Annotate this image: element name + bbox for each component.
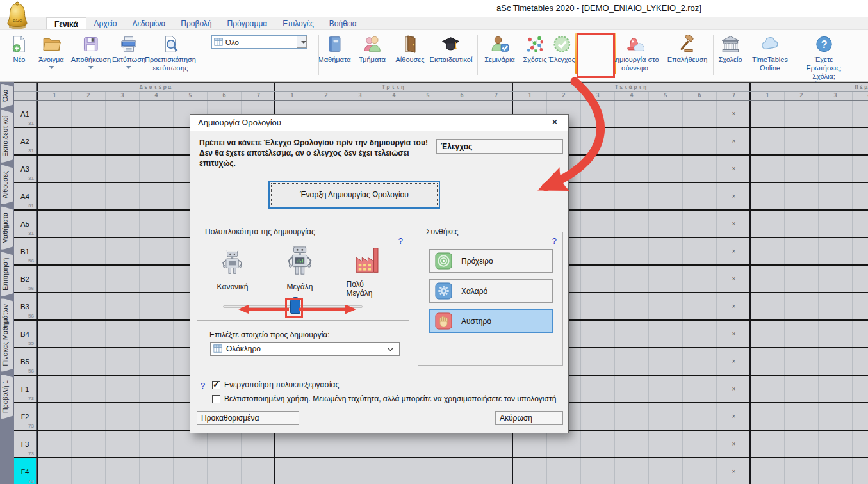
timetable-cell[interactable] [785,156,819,182]
timetable-cell[interactable] [649,266,683,292]
timetable-cell[interactable] [751,183,785,209]
timetable-cell[interactable] [445,431,479,457]
timetable-cell[interactable] [38,321,72,347]
asc-bell-logo-icon[interactable]: aSc [4,1,31,29]
timetable-cell[interactable] [819,321,853,347]
timetable-cell[interactable]: × [717,431,751,457]
timetable-cell[interactable] [683,238,717,264]
timetable-cell[interactable] [751,211,785,237]
timetable-cell[interactable] [819,431,853,457]
complexity-slider-thumb[interactable] [290,297,300,314]
timetable-cell[interactable] [853,238,868,264]
timetable-cell[interactable] [819,156,853,182]
menu-tab-4[interactable]: Πρόγραμμα [220,17,275,29]
timetable-cell[interactable] [785,266,819,292]
timetable-cell[interactable] [615,431,649,457]
timetable-cell[interactable] [581,101,615,127]
timetable-cell[interactable]: × [717,211,751,237]
timetable-cell[interactable] [649,211,683,237]
condition-button-0[interactable]: Πρόχειρο [429,249,553,273]
timetable-cell[interactable] [785,458,819,484]
grid-row-header-B4[interactable]: B455 [14,321,37,347]
ribbon-button-17[interactable]: ?Έχετε Ερωτήσεις; Σχόλια; Γράψτε μας [802,34,846,89]
ribbon-button-10[interactable]: Σχέσεις [523,34,547,64]
timetable-cell[interactable] [445,458,479,484]
timetable-cell[interactable] [649,376,683,402]
ribbon-button-4[interactable]: Προεπισκόπηση εκτύπωσης [136,34,204,72]
timetable-cell[interactable] [309,431,343,457]
timetable-cell[interactable] [785,293,819,319]
timetable-cell[interactable] [106,183,140,209]
timetable-cell[interactable] [751,238,785,264]
timetable-cell[interactable] [581,293,615,319]
timetable-cell[interactable] [106,128,140,154]
timetable-cell[interactable] [106,293,140,319]
timetable-cell[interactable] [72,348,106,375]
timetable-cell[interactable] [581,238,615,264]
timetable-cell[interactable] [819,238,853,264]
timetable-cell[interactable] [275,431,309,457]
timetable-cell[interactable] [785,403,819,430]
timetable-cell[interactable] [683,348,717,375]
timetable-cell[interactable] [72,431,106,457]
timetable-cell[interactable] [819,348,853,375]
timetable-cell[interactable] [38,266,72,292]
timetable-cell[interactable] [785,321,819,347]
timetable-cell[interactable] [581,156,615,182]
timetable-cell[interactable] [683,101,717,127]
ribbon-button-14[interactable]: Επαλήθευση [667,34,708,64]
timetable-cell[interactable] [106,101,140,127]
cancel-button[interactable]: Ακύρωση [495,411,563,425]
timetable-cell[interactable] [72,101,106,127]
timetable-cell[interactable] [140,238,174,264]
timetable-cell[interactable] [140,431,174,457]
sidebar-tab-2[interactable]: Αίθουσες [1,165,14,205]
timetable-cell[interactable] [72,376,106,402]
timetable-cell[interactable] [547,431,581,457]
timetable-cell[interactable] [785,183,819,209]
timetable-cell[interactable] [819,403,853,430]
timetable-cell[interactable] [72,321,106,347]
timetable-cell[interactable] [72,156,106,182]
timetable-cell[interactable] [72,183,106,209]
timetable-cell[interactable] [106,458,140,484]
timetable-cell[interactable] [343,431,377,457]
timetable-cell[interactable] [72,238,106,264]
timetable-cell[interactable] [649,293,683,319]
timetable-cell[interactable] [615,128,649,154]
timetable-cell[interactable] [683,183,717,209]
timetable-cell[interactable] [174,431,208,457]
timetable-cell[interactable] [683,376,717,402]
timetable-cell[interactable] [140,403,174,430]
timetable-cell[interactable] [785,431,819,457]
timetable-cell[interactable] [615,321,649,347]
ribbon-button-8[interactable]: Εκπαιδευτικοί [430,34,473,64]
timetable-cell[interactable] [615,403,649,430]
timetable-cell[interactable] [819,128,853,154]
ribbon-button-5[interactable]: Μαθήματα [318,34,350,64]
timetable-cell[interactable] [853,266,868,292]
sidebar-tab-6[interactable]: Προβολή 1 [1,374,14,419]
timetable-cell[interactable] [140,156,174,182]
timetable-cell[interactable] [751,458,785,484]
timetable-cell[interactable] [581,403,615,430]
timetable-cell[interactable]: × [717,321,751,347]
timetable-cell[interactable] [38,431,72,457]
timetable-cell[interactable] [853,321,868,347]
timetable-cell[interactable] [106,156,140,182]
timetable-cell[interactable] [106,321,140,347]
grid-row-header-A4[interactable]: A431 [14,183,37,209]
ribbon-button-13[interactable]: Δημιουργία στο σύννεφο [608,34,662,72]
grid-row-header-B2[interactable]: B256 [14,266,37,292]
timetable-cell[interactable] [649,101,683,127]
timetable-cell[interactable] [140,183,174,209]
timetable-cell[interactable] [751,266,785,292]
timetable-cell[interactable] [819,101,853,127]
timetable-cell[interactable] [275,458,309,484]
dialog-close-icon[interactable]: × [548,116,562,129]
timetable-cell[interactable] [615,156,649,182]
timetable-cell[interactable] [140,266,174,292]
timetable-cell[interactable] [751,431,785,457]
timetable-cell[interactable] [649,403,683,430]
timetable-cell[interactable] [72,403,106,430]
